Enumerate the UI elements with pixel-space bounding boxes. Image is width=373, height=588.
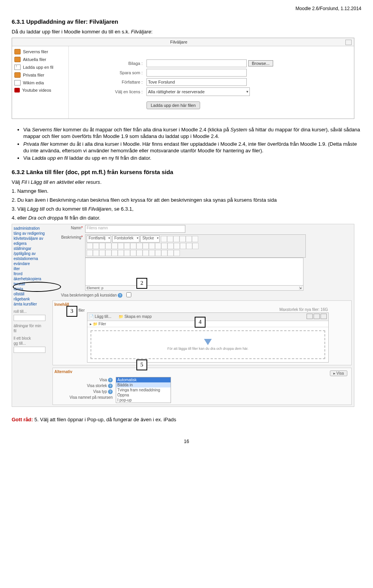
upload-icon [14,65,21,70]
view-toggle-icon[interactable] [345,40,352,45]
attachment-input[interactable] [146,59,247,67]
label-license: Välj en licens : [92,89,146,94]
font-size-select[interactable]: Fontstorlek [112,236,139,243]
content-section: Innehåll Välj filer Maxstorlek för nya f… [52,300,352,365]
repo-sidebar: Serverns filer Aktuella filer Ladda upp … [12,46,69,119]
file-manager: 📄 Lägg till... 📁 Skapa en mapp ▸ 📁 Filer… [87,312,329,363]
filvaljare-dialog: Filväljare Serverns filer Aktuella filer… [12,38,354,119]
create-folder-button[interactable]: 📁 Skapa en mapp [119,314,155,319]
annotation-3: 3 [66,306,77,317]
visa-toggle-button[interactable]: ▸ Visa [330,370,347,376]
bullet-list-1: Via Serverns filer kommer du åt mappar o… [23,127,361,162]
help-icon[interactable]: ? [108,384,113,388]
label-display: Visa ? [54,377,113,383]
label-name: Namn [71,226,81,230]
label-description: Beskrivning [61,235,81,239]
editor-statusbar: Element: p⇲ [85,286,303,291]
folder-icon [14,72,21,78]
repo-private-files[interactable]: Privata filer [12,71,68,79]
tip-paragraph: Gott råd: 5. Välj att filen öppnar i Pop… [12,417,361,423]
show-on-course-checkbox[interactable] [126,292,131,297]
label-show-size: Visa storlek ? [54,383,113,389]
upload-button[interactable]: Ladda upp den här filen [146,101,200,109]
section-title-alternatives: Alternativ [54,370,350,374]
description-editor[interactable] [85,258,303,286]
display-select[interactable]: Automatisk Bädda in Tvinga fram nedladdn… [116,377,171,403]
annotation-2: 2 [136,278,147,289]
breadcrumb[interactable]: ▸ 📁 Filer [87,321,328,327]
maxsize-text: Maxstorlek för nya filer: 16G [87,307,328,312]
admin-sidebar: sadministration täng av redigering ktivi… [12,224,54,407]
label-attachment: Bilaga : [92,61,146,66]
youtube-icon [14,88,20,92]
label-saveas: Spara som : [92,70,146,75]
alternatives-section: ▸ Visa Alternativ Visa ? Visa storlek ? … [52,368,352,405]
bullet-item: Via Serverns filer kommer du åt mappar o… [23,127,361,140]
section-heading-2: 6.3.2 Länka till filer (doc, ppt m.fl.) … [12,169,361,175]
repo-recent-files[interactable]: Aktuella filer [12,56,68,63]
resource-editor-screenshot: sadministration täng av redigering ktivi… [12,224,354,407]
section-title-content: Innehåll [54,302,350,307]
folder-icon [14,57,21,62]
intro-text: Då du laddar upp filer i Moodle kommer d… [12,29,361,35]
tip-label: Gott råd: [12,417,33,422]
dialog-title: Filväljare [12,38,354,46]
annotation-ellipse [13,282,61,292]
help-icon[interactable]: ? [108,378,113,382]
author-input[interactable]: Tove Forslund [146,78,247,86]
repo-upload-file[interactable]: Ladda upp en fil [12,63,68,71]
step-2: 2. Du kan även i Beskrivning-rutan beskr… [12,197,361,204]
paragraph-select[interactable]: Stycke [140,236,160,243]
step-3: 3. Välj Lägg till och du kommer till Fil… [12,206,361,213]
drop-zone[interactable]: För att lägga till filer kan du dra och … [91,330,325,359]
name-input[interactable]: Filens namn [85,225,185,233]
folder-icon [14,49,21,54]
add-file-button[interactable]: 📄 Lägg till... [89,314,115,319]
label-show-on-course: Visa beskrivningen på kurssidan ? [52,292,125,298]
browse-button[interactable]: Browse... [248,60,273,66]
license-select[interactable]: Alla rättigheter är reserverade [146,87,250,96]
bullet-item: Privata filer kommer du åt i alla dina k… [23,141,361,154]
arrow-down-icon [204,339,212,345]
editor-toolbar[interactable]: Fontfamilj Fontstorlek Stycke [85,234,306,258]
page-header-ref: Moodle 2.6/Forslund, 1.12.2014 [12,0,361,11]
section-heading-1: 6.3.1 Uppdladdning av filer: Filväljaren [12,18,361,25]
page-number: 16 [12,439,361,444]
saveas-input[interactable] [146,69,247,77]
annotation-5: 5 [136,359,147,370]
font-family-select[interactable]: Fontfamilj [87,236,111,243]
step-4: 4. eller Dra och droppa fil från din dat… [12,215,361,222]
repo-server-files[interactable]: Serverns filer [12,48,68,56]
p-choose-file: Välj Fil i Lägg till en aktivitet eller … [12,179,361,186]
label-show-type: Visa typ ? [54,389,113,394]
help-icon[interactable]: ? [108,389,113,394]
view-switcher[interactable] [306,314,327,320]
bullet-item: Via Ladda upp en fil laddar du upp en ny… [23,155,361,162]
wiki-icon [14,80,21,85]
step-1: 1. Namnge filen. [12,188,361,195]
repo-wikimedia[interactable]: Wikim edia [12,79,68,87]
annotation-4: 4 [195,317,206,328]
label-show-name: Visa namnet på resursen [54,394,113,400]
help-icon[interactable]: ? [118,293,122,298]
label-author: Författare : [92,80,146,84]
repo-youtube[interactable]: Youtube videos [12,87,68,94]
